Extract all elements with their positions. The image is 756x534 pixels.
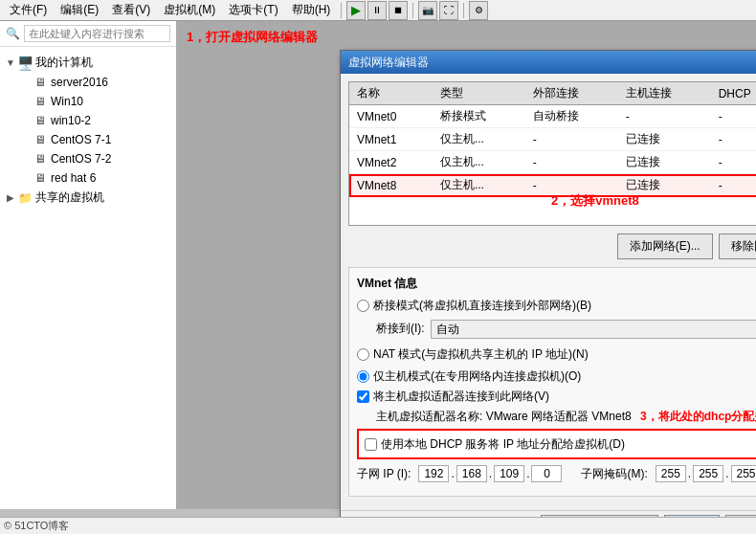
subnet-ip-inputs: . . .: [418, 465, 562, 482]
vmnet-info-section: VMnet 信息 桥接模式(将虚拟机直接连接到外部网络)(B) 桥接到(I): …: [348, 267, 756, 497]
sidebar-search-container: 🔍: [0, 21, 176, 47]
bridge-mode-row: 桥接模式(将虚拟机直接连接到外部网络)(B): [357, 298, 756, 314]
vm-centos71[interactable]: 🖥 CentOS 7-1: [15, 130, 176, 149]
vm-redhat6[interactable]: 🖥 red hat 6: [15, 168, 176, 188]
vm-icon-server2016: 🖥: [33, 75, 48, 90]
dialog-content: 名称 类型 外部连接 主机连接 DHCP 子网地址 VMnet0: [341, 74, 756, 510]
vm-icon-win10: 🖥: [33, 94, 48, 109]
status-text: © 51CTO博客: [4, 519, 69, 533]
annotation-step2: 2，选择vmnet8: [551, 192, 639, 210]
computer-icon: 🖥️: [17, 56, 33, 71]
dhcp-label: 使用本地 DHCP 服务将 IP 地址分配给虚拟机(D): [381, 436, 625, 453]
vm-label-server2016: server2016: [51, 76, 108, 89]
subnet-row: 子网 IP (I): . . . 子网掩码(M):: [357, 465, 756, 482]
my-computer-item[interactable]: ▼ 🖥️ 我的计算机: [0, 53, 176, 73]
vm-win10-2[interactable]: 🖥 win10-2: [15, 111, 176, 130]
cell-dhcp-0: -: [711, 105, 756, 128]
vm-list: 🖥 server2016 🖥 Win10 🖥 win10-2: [0, 73, 176, 188]
cell-type-2: 仅主机...: [433, 151, 525, 174]
vm-win10[interactable]: 🖥 Win10: [15, 92, 176, 111]
cell-host-2: 已连接: [618, 151, 711, 174]
host-only-mode-radio[interactable]: [357, 370, 369, 383]
subnet-ip-2[interactable]: [494, 465, 524, 482]
menu-file[interactable]: 文件(F): [4, 0, 53, 20]
my-computer-label: 我的计算机: [35, 55, 93, 71]
menu-help[interactable]: 帮助(H): [286, 0, 337, 20]
vm-icon-centos71: 🖥: [33, 132, 48, 147]
add-network-button[interactable]: 添加网络(E)...: [617, 234, 713, 259]
vm-centos72[interactable]: 🖥 CentOS 7-2: [15, 149, 176, 168]
dhcp-checkbox[interactable]: [365, 438, 377, 451]
adapter-name-row: 主机虚拟适配器名称: VMware 网络适配器 VMnet8 3，将此处的dhc…: [357, 409, 756, 425]
shared-expand-icon: ▶: [4, 192, 17, 203]
shared-label: 共享的虚拟机: [35, 189, 104, 206]
pause-button[interactable]: ⏸: [367, 1, 387, 20]
col-dhcp: DHCP: [711, 82, 756, 105]
table-row[interactable]: VMnet2 仅主机... - 已连接 - 192.168.88.0: [349, 151, 756, 174]
bridge-mode-radio[interactable]: [357, 300, 369, 312]
snap-button[interactable]: 📷: [418, 1, 437, 20]
menu-view[interactable]: 查看(V): [106, 0, 156, 20]
play-button[interactable]: ▶: [346, 1, 366, 20]
vm-server2016[interactable]: 🖥 server2016: [15, 73, 176, 92]
host-only-mode-label: 仅主机模式(在专用网络内连接虚拟机)(O): [373, 368, 581, 385]
separator2: [412, 3, 413, 18]
vm-icon-redhat6: 🖥: [33, 170, 48, 186]
bridge-to-select[interactable]: 自动: [431, 320, 756, 339]
search-icon: 🔍: [6, 27, 20, 40]
shared-folder-icon: 📁: [17, 190, 33, 206]
right-area: 1，打开虚拟网络编辑器 虚拟网络编辑器 ✕ 名称 类型 外部连接: [177, 21, 756, 509]
annotation-step3: 3，将此处的dhcp分配关闭: [640, 410, 756, 423]
adapter-name-label: 主机虚拟适配器名称:: [376, 410, 482, 423]
subnet-mask-1[interactable]: [693, 465, 723, 482]
cell-external-2: -: [525, 151, 618, 174]
col-external: 外部连接: [525, 82, 618, 105]
cell-dhcp-2: -: [711, 151, 756, 174]
full-screen-button[interactable]: ⛶: [439, 1, 458, 20]
col-name: 名称: [349, 82, 433, 105]
separator: [341, 3, 342, 18]
cell-external-0: 自动桥接: [525, 105, 618, 128]
stop-button[interactable]: ⏹: [389, 1, 408, 20]
separator3: [463, 3, 464, 18]
adapter-name-value: VMware 网络适配器 VMnet8: [486, 410, 632, 423]
dhcp-row: 使用本地 DHCP 服务将 IP 地址分配给虚拟机(D) DHCP 设置(P).…: [357, 429, 756, 459]
nat-mode-label: NAT 模式(与虚拟机共享主机的 IP 地址)(N): [373, 346, 589, 363]
cell-name-1: VMnet1: [349, 128, 433, 151]
vm-label-centos71: CentOS 7-1: [51, 133, 111, 146]
host-only-mode-row: 仅主机模式(在专用网络内连接虚拟机)(O): [357, 368, 756, 385]
annotation-step1: 1，打开虚拟网络编辑器: [187, 29, 318, 46]
virtual-network-editor-dialog: 虚拟网络编辑器 ✕ 名称 类型 外部连接 主机连接 DHCP: [340, 50, 756, 534]
subnet-ip-3[interactable]: [531, 465, 562, 482]
cell-dhcp-1: -: [711, 128, 756, 151]
subnet-mask-label: 子网掩码(M):: [581, 466, 647, 482]
table-action-buttons: 添加网络(E)... 移除网络(O) 重命名网络(A)...: [348, 234, 756, 259]
remove-network-button[interactable]: 移除网络(O): [719, 234, 756, 259]
nat-mode-radio[interactable]: [357, 348, 369, 361]
menu-tab[interactable]: 选项卡(T): [223, 0, 283, 20]
cell-type-0: 桥接模式: [433, 105, 525, 128]
subnet-mask-inputs: . . .: [656, 465, 756, 482]
main-container: 🔍 ▼ 🖥️ 我的计算机 🖥 server2016: [0, 21, 756, 509]
expand-icon: ▼: [4, 57, 17, 68]
subnet-ip-0[interactable]: [418, 465, 449, 482]
bridge-to-row: 桥接到(I): 自动 自动设置(U)...: [357, 318, 756, 340]
search-input[interactable]: [24, 25, 170, 42]
cell-host-1: 已连接: [618, 128, 711, 151]
settings-button[interactable]: ⚙: [469, 1, 488, 20]
shared-vms-item[interactable]: ▶ 📁 共享的虚拟机: [0, 188, 176, 208]
vm-label-centos72: CentOS 7-2: [51, 152, 111, 166]
status-bar: © 51CTO博客: [0, 517, 756, 534]
connect-adapter-label: 将主机虚拟适配器连接到此网络(V): [373, 389, 549, 405]
connect-adapter-checkbox[interactable]: [357, 390, 369, 403]
subnet-mask-0[interactable]: [656, 465, 686, 482]
vm-label-win10: Win10: [51, 95, 83, 108]
vm-label-redhat6: red hat 6: [51, 171, 96, 185]
dialog-title: 虚拟网络编辑器: [348, 55, 429, 71]
menu-vm[interactable]: 虚拟机(M): [158, 0, 221, 20]
subnet-mask-2[interactable]: [731, 465, 757, 482]
table-row[interactable]: VMnet0 桥接模式 自动桥接 - - -: [349, 105, 756, 128]
menu-edit[interactable]: 编辑(E): [55, 0, 104, 20]
table-row[interactable]: VMnet1 仅主机... - 已连接 - 192.168.153.0: [349, 128, 756, 151]
subnet-ip-1[interactable]: [456, 465, 487, 482]
